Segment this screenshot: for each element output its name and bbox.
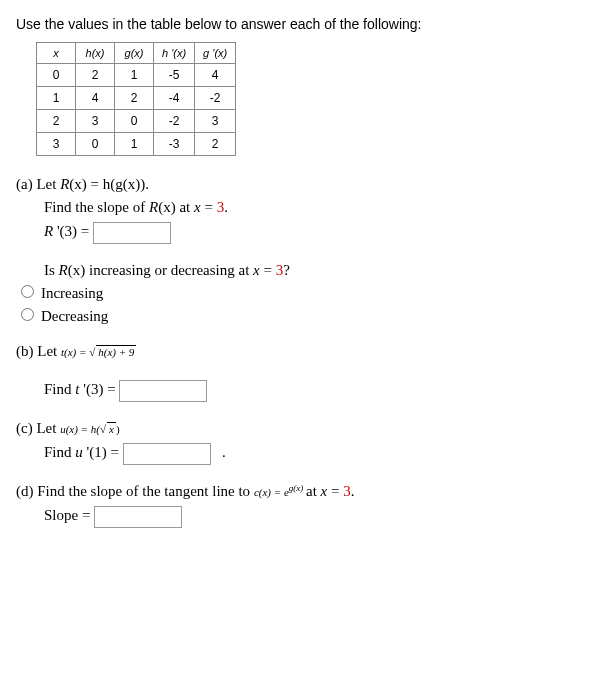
col-gx: g(x)	[115, 43, 154, 64]
values-table: x h(x) g(x) h '(x) g '(x) 0 2 1 -5 4 1 4…	[36, 42, 236, 156]
part-a-increasing-radio[interactable]	[21, 285, 34, 298]
part-a: (a) Let R(x) = h(g(x)). Find the slope o…	[16, 176, 589, 325]
table-row: 1 4 2 -4 -2	[37, 87, 236, 110]
part-d-label: (d) Find the slope of the tangent line t…	[16, 483, 254, 499]
table-row: 3 0 1 -3 2	[37, 133, 236, 156]
col-hprimex: h '(x)	[154, 43, 195, 64]
slope-label: Slope =	[44, 507, 94, 523]
table-header-row: x h(x) g(x) h '(x) g '(x)	[37, 43, 236, 64]
part-b-formula: t(x) = √h(x) + 9	[61, 346, 136, 358]
part-c-uprime1-input[interactable]	[123, 443, 211, 465]
part-a-decreasing-radio[interactable]	[21, 308, 34, 321]
table-row: 2 3 0 -2 3	[37, 110, 236, 133]
part-b-label: (b) Let	[16, 343, 61, 359]
increasing-label: Increasing	[41, 285, 103, 301]
part-c-formula: u(x) = h(√x)	[60, 423, 119, 435]
part-d-slope-input[interactable]	[94, 506, 182, 528]
col-x: x	[37, 43, 76, 64]
decreasing-label: Decreasing	[41, 308, 108, 324]
col-gprimex: g '(x)	[195, 43, 236, 64]
part-b-tprime3-input[interactable]	[119, 380, 207, 402]
part-a-rprime3-input[interactable]	[93, 222, 171, 244]
table-row: 0 2 1 -5 4	[37, 64, 236, 87]
part-d: (d) Find the slope of the tangent line t…	[16, 483, 589, 528]
part-a-label: (a) Let	[16, 176, 60, 192]
col-hx: h(x)	[76, 43, 115, 64]
part-d-formula: c(x) = eg(x)	[254, 486, 306, 498]
part-c-label: (c) Let	[16, 420, 60, 436]
instructions-text: Use the values in the table below to ans…	[16, 16, 589, 32]
part-c: (c) Let u(x) = h(√x) Find u '(1) = .	[16, 420, 589, 465]
part-b: (b) Let t(x) = √h(x) + 9 Find t '(3) =	[16, 343, 589, 402]
